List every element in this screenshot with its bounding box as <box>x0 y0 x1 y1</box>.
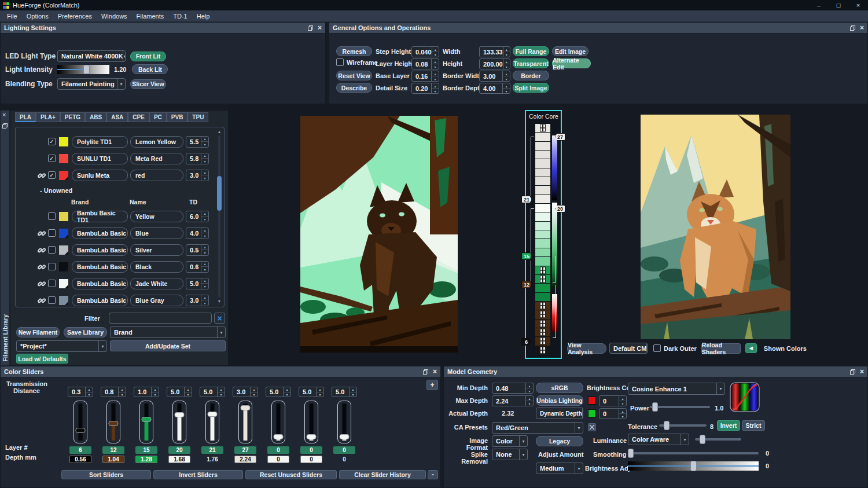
filament-color-swatch[interactable] <box>59 212 68 221</box>
core-swatch[interactable] <box>535 124 550 132</box>
link-icon[interactable] <box>36 229 47 237</box>
edit-image-button[interactable]: Edit Image <box>552 46 589 56</box>
link-icon[interactable] <box>36 171 47 179</box>
core-swatch[interactable] <box>535 168 550 177</box>
filament-checkbox[interactable]: ✓ <box>48 138 56 145</box>
filament-td-input[interactable]: 5.8▴▾ <box>186 153 209 164</box>
dynamic-depth-select[interactable]: Dynamic Depth ▾ <box>536 408 583 419</box>
layer-handle-icon[interactable] <box>540 267 545 273</box>
link-icon[interactable] <box>36 296 47 304</box>
layer-handle-icon[interactable] <box>540 125 545 131</box>
vertical-slider[interactable] <box>238 401 252 443</box>
smoothing-slider[interactable] <box>628 449 759 458</box>
core-swatch[interactable] <box>535 328 550 336</box>
reload-shaders-button[interactable]: Reload Shaders <box>701 343 741 354</box>
alternate-edit-button[interactable]: Alternate Edit <box>552 58 591 68</box>
filament-checkbox[interactable] <box>48 246 56 254</box>
link-icon[interactable] <box>36 280 47 288</box>
invert-button[interactable]: Invert <box>717 420 740 431</box>
height-input[interactable]: 200.00▴▾ <box>479 58 510 69</box>
slider-handle[interactable] <box>241 405 251 410</box>
filament-checkbox[interactable] <box>48 296 56 304</box>
border-depth-input[interactable]: 4.00▴▾ <box>479 83 510 94</box>
split-image-button[interactable]: Split Image <box>513 83 549 93</box>
filament-name-field[interactable]: Black <box>130 261 183 273</box>
filament-checkbox[interactable] <box>48 212 56 220</box>
filament-name-field[interactable]: Silver <box>130 244 183 256</box>
core-swatch[interactable] <box>535 230 550 239</box>
layer-handle-icon[interactable] <box>540 311 545 318</box>
close-panel-icon[interactable]: × <box>860 369 864 375</box>
menu-item-help[interactable]: Help <box>192 10 215 22</box>
filament-td-input[interactable]: 5.5▴▾ <box>186 136 209 148</box>
layer-handle-icon[interactable] <box>540 338 545 344</box>
color-aware-select[interactable]: Color Aware ▾ <box>628 434 689 445</box>
filament-checkbox[interactable] <box>48 229 56 237</box>
layer-handle-icon[interactable] <box>540 347 545 353</box>
filament-brand-field[interactable]: BambuLab Basic <box>72 244 128 256</box>
menu-item-td-1[interactable]: TD-1 <box>168 10 192 22</box>
core-swatch[interactable] <box>535 248 550 256</box>
unbias-lighting-button[interactable]: Unbias Lighting <box>536 395 583 406</box>
filament-checkbox[interactable] <box>48 263 56 270</box>
td-input[interactable]: 1.0▴▾ <box>134 387 159 397</box>
filament-td-input[interactable]: 3.0▴▾ <box>186 170 209 181</box>
filament-checkbox[interactable]: ✓ <box>48 155 56 162</box>
layer-handle-icon[interactable] <box>540 303 545 309</box>
strict-button[interactable]: Strict <box>742 420 765 431</box>
cm-select[interactable]: Default CM ▾ <box>609 343 648 354</box>
dark-outer-checkbox[interactable] <box>653 344 661 352</box>
core-swatch[interactable] <box>535 186 550 194</box>
close-button[interactable]: × <box>848 0 868 10</box>
filament-color-swatch[interactable] <box>59 262 68 271</box>
tab-cpe[interactable]: CPE <box>128 112 149 122</box>
filament-brand-field[interactable]: BambuLab Basic <box>72 261 128 273</box>
slider-handle[interactable] <box>208 412 218 417</box>
step-height-input[interactable]: 0.040▴▾ <box>411 46 439 57</box>
tab-petg[interactable]: PETG <box>60 112 85 122</box>
filament-brand-field[interactable]: Bambu Basic TD1 <box>72 211 128 222</box>
menu-item-filaments[interactable]: Filaments <box>132 10 169 22</box>
scrollbar-thumb[interactable] <box>217 176 222 211</box>
min-depth-input[interactable]: 0.48▴▾ <box>492 383 534 394</box>
remove-slider-button[interactable]: - <box>428 470 438 479</box>
vertical-slider[interactable] <box>205 401 219 443</box>
layer-handle-icon[interactable] <box>540 329 545 336</box>
core-swatch[interactable] <box>535 346 550 354</box>
td-input[interactable]: 5.0▴▾ <box>266 387 291 397</box>
float-panel-icon[interactable] <box>308 25 313 31</box>
project-select[interactable]: *Project* ▾ <box>16 340 107 352</box>
vertical-slider[interactable] <box>139 401 153 443</box>
menu-item-windows[interactable]: Windows <box>97 10 132 22</box>
core-swatch[interactable] <box>535 204 550 212</box>
shown-colors-prev-button[interactable]: ◀ <box>745 343 757 353</box>
vertical-slider[interactable] <box>106 401 120 443</box>
viewer-canvas[interactable]: Color Core 27212015126 <box>229 104 868 366</box>
td-input[interactable]: 5.0▴▾ <box>200 387 225 397</box>
blending-type-select[interactable]: Filament Painting ▾ <box>57 78 126 90</box>
tab-pla[interactable]: PLA <box>15 112 36 122</box>
wireframe-checkbox[interactable] <box>336 58 344 66</box>
minimize-button[interactable]: – <box>809 0 829 10</box>
menu-item-preferences[interactable]: Preferences <box>53 10 97 22</box>
color-aware-slider[interactable] <box>695 435 741 444</box>
red-comp-input[interactable]: 0▴▾ <box>599 395 627 406</box>
add-slider-button[interactable]: + <box>426 380 438 390</box>
reset-view-button[interactable]: Reset View <box>336 71 372 80</box>
core-swatch[interactable] <box>535 320 550 328</box>
layer-handle-icon[interactable] <box>540 276 545 282</box>
filament-td-input[interactable]: 3.0▴▾ <box>186 295 209 306</box>
sort-by-select[interactable]: Brand ▾ <box>110 326 226 338</box>
front-lit-button[interactable]: Front Lit <box>130 52 166 61</box>
layer-handle-icon[interactable] <box>540 320 545 326</box>
filament-color-swatch[interactable] <box>59 154 68 163</box>
float-panel-icon[interactable] <box>2 123 8 129</box>
slider-action-button[interactable]: Reset Unused Sliders <box>245 470 337 479</box>
slider-handle[interactable] <box>109 421 119 426</box>
image-format-select[interactable]: Color ▾ <box>492 435 528 447</box>
vertical-slider[interactable] <box>172 401 186 443</box>
filament-color-swatch[interactable] <box>59 137 68 146</box>
float-panel-icon[interactable] <box>850 369 855 375</box>
core-swatch[interactable] <box>535 151 550 159</box>
slider-action-button[interactable]: Clear Slider History <box>339 470 426 479</box>
